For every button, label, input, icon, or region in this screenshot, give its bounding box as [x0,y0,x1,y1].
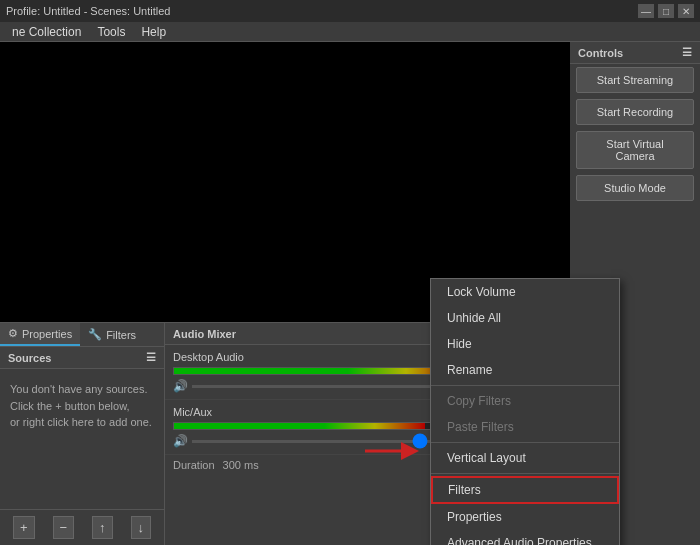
sources-menu-icon: ☰ [146,351,156,364]
red-arrow-indicator [360,436,420,466]
tab-properties-label: Properties [22,328,72,340]
left-panel: ⚙ Properties 🔧 Filters Sources ☰ You don… [0,323,165,545]
mic-aux-mute-icon[interactable]: 🔊 [173,434,188,448]
duration-value: 300 ms [223,459,259,471]
remove-source-button[interactable]: − [53,516,75,539]
gear-icon: ⚙ [8,327,18,340]
context-menu-separator-3 [431,473,619,474]
start-recording-button[interactable]: Start Recording [576,99,694,125]
start-virtual-camera-button[interactable]: Start Virtual Camera [576,131,694,169]
title-text: Profile: Untitled - Scenes: Untitled [6,5,170,17]
duration-label: Duration [173,459,215,471]
context-menu-hide[interactable]: Hide [431,331,619,357]
sources-empty-message: You don't have any sources. Click the + … [0,369,164,443]
filter-icon: 🔧 [88,328,102,341]
title-bar: Profile: Untitled - Scenes: Untitled — □… [0,0,700,22]
context-menu-copy-filters: Copy Filters [431,388,619,414]
tab-filters-label: Filters [106,329,136,341]
context-menu-vertical-layout[interactable]: Vertical Layout [431,445,619,471]
controls-header: Controls ☰ [570,42,700,64]
context-menu-properties[interactable]: Properties [431,504,619,530]
source-up-button[interactable]: ↑ [92,516,113,539]
context-menu-advanced-audio[interactable]: Advanced Audio Properties [431,530,619,545]
desktop-audio-mute-icon[interactable]: 🔊 [173,379,188,393]
maximize-button[interactable]: □ [658,4,674,18]
context-menu-unhide-all[interactable]: Unhide All [431,305,619,331]
sources-label-text: Sources [8,352,51,364]
sources-header: Sources ☰ [0,347,164,369]
close-button[interactable]: ✕ [678,4,694,18]
menu-item-help[interactable]: Help [133,23,174,41]
context-menu-paste-filters: Paste Filters [431,414,619,440]
menu-item-collection[interactable]: ne Collection [4,23,89,41]
context-menu-rename[interactable]: Rename [431,357,619,383]
desktop-audio-name: Desktop Audio [173,351,244,363]
context-menu-separator-2 [431,442,619,443]
context-menu-filters[interactable]: Filters [431,476,619,504]
panel-tabs: ⚙ Properties 🔧 Filters [0,323,164,347]
desktop-audio-fill [174,368,464,374]
controls-menu-icon: ☰ [682,46,692,59]
source-down-button[interactable]: ↓ [131,516,152,539]
menu-bar: ne Collection Tools Help [0,22,700,42]
start-streaming-button[interactable]: Start Streaming [576,67,694,93]
context-menu-filters-label: Filters [448,483,481,497]
sources-bottom-controls: + − ↑ ↓ [0,509,164,545]
context-menu-lock-volume[interactable]: Lock Volume [431,279,619,305]
mic-aux-fill [174,423,425,429]
mic-aux-name: Mic/Aux [173,406,212,418]
tab-properties[interactable]: ⚙ Properties [0,323,80,346]
studio-mode-button[interactable]: Studio Mode [576,175,694,201]
controls-label: Controls [578,47,623,59]
add-source-button[interactable]: + [13,516,35,539]
menu-item-tools[interactable]: Tools [89,23,133,41]
context-menu: Lock Volume Unhide All Hide Rename Copy … [430,278,620,545]
tab-filters[interactable]: 🔧 Filters [80,323,144,346]
mixer-label: Audio Mixer [173,328,236,340]
context-menu-separator-1 [431,385,619,386]
minimize-button[interactable]: — [638,4,654,18]
title-bar-controls: — □ ✕ [638,4,694,18]
